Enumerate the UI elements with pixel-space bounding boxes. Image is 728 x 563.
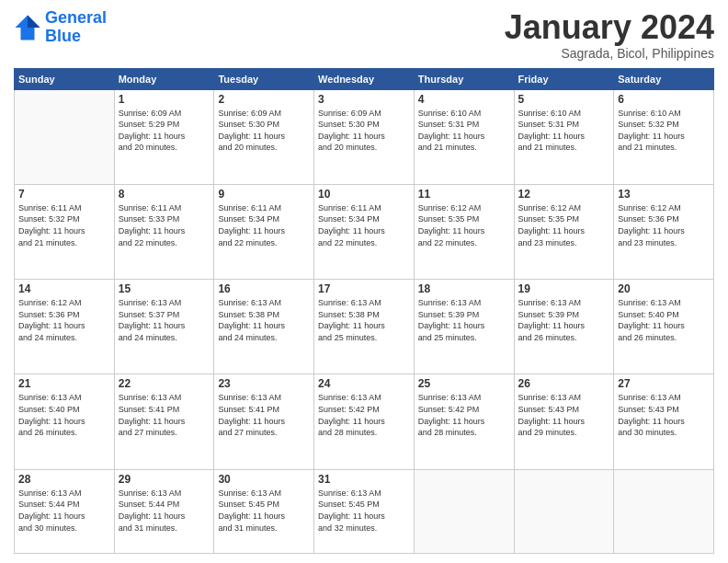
day-info: Sunrise: 6:11 AMSunset: 5:33 PMDaylight:… bbox=[119, 202, 210, 248]
calendar-cell: 29Sunrise: 6:13 AMSunset: 5:44 PMDayligh… bbox=[114, 469, 214, 553]
calendar-cell: 2Sunrise: 6:09 AMSunset: 5:30 PMDaylight… bbox=[214, 89, 314, 184]
day-info: Sunrise: 6:13 AMSunset: 5:40 PMDaylight:… bbox=[18, 392, 110, 438]
calendar-week-4: 28Sunrise: 6:13 AMSunset: 5:44 PMDayligh… bbox=[15, 469, 714, 553]
calendar-cell: 26Sunrise: 6:13 AMSunset: 5:43 PMDayligh… bbox=[514, 374, 614, 469]
calendar-cell: 16Sunrise: 6:13 AMSunset: 5:38 PMDayligh… bbox=[214, 280, 314, 374]
calendar-header-tuesday: Tuesday bbox=[214, 68, 314, 89]
calendar-cell: 20Sunrise: 6:13 AMSunset: 5:40 PMDayligh… bbox=[614, 280, 714, 374]
day-info: Sunrise: 6:13 AMSunset: 5:45 PMDaylight:… bbox=[218, 488, 310, 534]
day-number: 8 bbox=[119, 188, 210, 201]
svg-marker-1 bbox=[28, 15, 40, 28]
day-number: 21 bbox=[18, 377, 110, 390]
calendar-cell: 8Sunrise: 6:11 AMSunset: 5:33 PMDaylight… bbox=[114, 184, 214, 279]
calendar-cell bbox=[414, 469, 514, 553]
calendar-cell: 27Sunrise: 6:13 AMSunset: 5:43 PMDayligh… bbox=[614, 374, 714, 469]
calendar-cell bbox=[514, 469, 614, 553]
day-number: 5 bbox=[518, 93, 610, 106]
calendar-cell: 31Sunrise: 6:13 AMSunset: 5:45 PMDayligh… bbox=[314, 469, 415, 553]
day-number: 18 bbox=[418, 282, 510, 295]
day-info: Sunrise: 6:13 AMSunset: 5:42 PMDaylight:… bbox=[318, 392, 410, 438]
calendar-cell: 14Sunrise: 6:12 AMSunset: 5:36 PMDayligh… bbox=[15, 280, 115, 374]
day-info: Sunrise: 6:13 AMSunset: 5:38 PMDaylight:… bbox=[218, 297, 310, 343]
calendar: SundayMondayTuesdayWednesdayThursdayFrid… bbox=[14, 68, 714, 554]
day-number: 9 bbox=[218, 188, 310, 201]
day-number: 1 bbox=[119, 93, 210, 106]
page: General Blue January 2024 Sagrada, Bicol… bbox=[0, 0, 728, 563]
calendar-cell: 10Sunrise: 6:11 AMSunset: 5:34 PMDayligh… bbox=[314, 184, 415, 279]
calendar-header-thursday: Thursday bbox=[414, 68, 514, 89]
day-number: 10 bbox=[318, 188, 410, 201]
day-info: Sunrise: 6:12 AMSunset: 5:35 PMDaylight:… bbox=[418, 202, 510, 248]
calendar-cell: 6Sunrise: 6:10 AMSunset: 5:32 PMDaylight… bbox=[614, 89, 714, 184]
day-number: 20 bbox=[618, 282, 710, 295]
day-number: 3 bbox=[318, 93, 410, 106]
calendar-cell: 24Sunrise: 6:13 AMSunset: 5:42 PMDayligh… bbox=[314, 374, 415, 469]
day-info: Sunrise: 6:13 AMSunset: 5:38 PMDaylight:… bbox=[318, 297, 410, 343]
calendar-header-monday: Monday bbox=[114, 68, 214, 89]
day-number: 12 bbox=[518, 188, 610, 201]
calendar-cell: 4Sunrise: 6:10 AMSunset: 5:31 PMDaylight… bbox=[414, 89, 514, 184]
calendar-header-wednesday: Wednesday bbox=[314, 68, 415, 89]
calendar-header-friday: Friday bbox=[514, 68, 614, 89]
day-number: 19 bbox=[518, 282, 610, 295]
calendar-header-row: SundayMondayTuesdayWednesdayThursdayFrid… bbox=[15, 68, 714, 89]
calendar-week-0: 1Sunrise: 6:09 AMSunset: 5:29 PMDaylight… bbox=[15, 89, 714, 184]
calendar-cell: 15Sunrise: 6:13 AMSunset: 5:37 PMDayligh… bbox=[114, 280, 214, 374]
day-info: Sunrise: 6:09 AMSunset: 5:30 PMDaylight:… bbox=[318, 108, 410, 154]
calendar-cell: 18Sunrise: 6:13 AMSunset: 5:39 PMDayligh… bbox=[414, 280, 514, 374]
day-info: Sunrise: 6:10 AMSunset: 5:32 PMDaylight:… bbox=[618, 108, 710, 154]
day-number: 23 bbox=[218, 377, 310, 390]
day-info: Sunrise: 6:13 AMSunset: 5:41 PMDaylight:… bbox=[218, 392, 310, 438]
day-number: 11 bbox=[418, 188, 510, 201]
day-number: 13 bbox=[618, 188, 710, 201]
calendar-cell: 1Sunrise: 6:09 AMSunset: 5:29 PMDaylight… bbox=[114, 89, 214, 184]
day-info: Sunrise: 6:13 AMSunset: 5:45 PMDaylight:… bbox=[318, 488, 410, 534]
calendar-cell: 11Sunrise: 6:12 AMSunset: 5:35 PMDayligh… bbox=[414, 184, 514, 279]
day-info: Sunrise: 6:11 AMSunset: 5:32 PMDaylight:… bbox=[18, 202, 110, 248]
calendar-cell: 19Sunrise: 6:13 AMSunset: 5:39 PMDayligh… bbox=[514, 280, 614, 374]
day-info: Sunrise: 6:12 AMSunset: 5:35 PMDaylight:… bbox=[518, 202, 610, 248]
day-info: Sunrise: 6:13 AMSunset: 5:44 PMDaylight:… bbox=[18, 488, 110, 534]
day-number: 6 bbox=[618, 93, 710, 106]
day-number: 16 bbox=[218, 282, 310, 295]
day-info: Sunrise: 6:13 AMSunset: 5:39 PMDaylight:… bbox=[418, 297, 510, 343]
calendar-cell: 5Sunrise: 6:10 AMSunset: 5:31 PMDaylight… bbox=[514, 89, 614, 184]
calendar-week-3: 21Sunrise: 6:13 AMSunset: 5:40 PMDayligh… bbox=[15, 374, 714, 469]
logo-line1: General bbox=[45, 8, 107, 27]
day-info: Sunrise: 6:10 AMSunset: 5:31 PMDaylight:… bbox=[518, 108, 610, 154]
logo: General Blue bbox=[14, 9, 107, 46]
day-number: 30 bbox=[218, 473, 310, 486]
calendar-week-2: 14Sunrise: 6:12 AMSunset: 5:36 PMDayligh… bbox=[15, 280, 714, 374]
subtitle: Sagrada, Bicol, Philippines bbox=[505, 46, 714, 61]
day-info: Sunrise: 6:12 AMSunset: 5:36 PMDaylight:… bbox=[618, 202, 710, 248]
day-info: Sunrise: 6:12 AMSunset: 5:36 PMDaylight:… bbox=[18, 297, 110, 343]
day-number: 22 bbox=[119, 377, 210, 390]
day-info: Sunrise: 6:13 AMSunset: 5:39 PMDaylight:… bbox=[518, 297, 610, 343]
calendar-header-saturday: Saturday bbox=[614, 68, 714, 89]
day-number: 4 bbox=[418, 93, 510, 106]
logo-text: General Blue bbox=[45, 9, 107, 46]
day-number: 24 bbox=[318, 377, 410, 390]
day-info: Sunrise: 6:11 AMSunset: 5:34 PMDaylight:… bbox=[218, 202, 310, 248]
day-number: 2 bbox=[218, 93, 310, 106]
day-number: 15 bbox=[119, 282, 210, 295]
title-block: January 2024 Sagrada, Bicol, Philippines bbox=[505, 9, 714, 61]
day-info: Sunrise: 6:13 AMSunset: 5:43 PMDaylight:… bbox=[518, 392, 610, 438]
header: General Blue January 2024 Sagrada, Bicol… bbox=[14, 9, 714, 61]
calendar-cell: 3Sunrise: 6:09 AMSunset: 5:30 PMDaylight… bbox=[314, 89, 415, 184]
calendar-cell bbox=[614, 469, 714, 553]
day-info: Sunrise: 6:13 AMSunset: 5:41 PMDaylight:… bbox=[119, 392, 210, 438]
day-number: 25 bbox=[418, 377, 510, 390]
day-number: 14 bbox=[18, 282, 110, 295]
calendar-cell: 9Sunrise: 6:11 AMSunset: 5:34 PMDaylight… bbox=[214, 184, 314, 279]
day-info: Sunrise: 6:13 AMSunset: 5:42 PMDaylight:… bbox=[418, 392, 510, 438]
calendar-cell: 30Sunrise: 6:13 AMSunset: 5:45 PMDayligh… bbox=[214, 469, 314, 553]
day-number: 7 bbox=[18, 188, 110, 201]
logo-line2: Blue bbox=[45, 27, 81, 45]
calendar-cell: 25Sunrise: 6:13 AMSunset: 5:42 PMDayligh… bbox=[414, 374, 514, 469]
day-info: Sunrise: 6:13 AMSunset: 5:44 PMDaylight:… bbox=[119, 488, 210, 534]
calendar-cell: 12Sunrise: 6:12 AMSunset: 5:35 PMDayligh… bbox=[514, 184, 614, 279]
day-number: 29 bbox=[119, 473, 210, 486]
calendar-cell: 22Sunrise: 6:13 AMSunset: 5:41 PMDayligh… bbox=[114, 374, 214, 469]
calendar-week-1: 7Sunrise: 6:11 AMSunset: 5:32 PMDaylight… bbox=[15, 184, 714, 279]
